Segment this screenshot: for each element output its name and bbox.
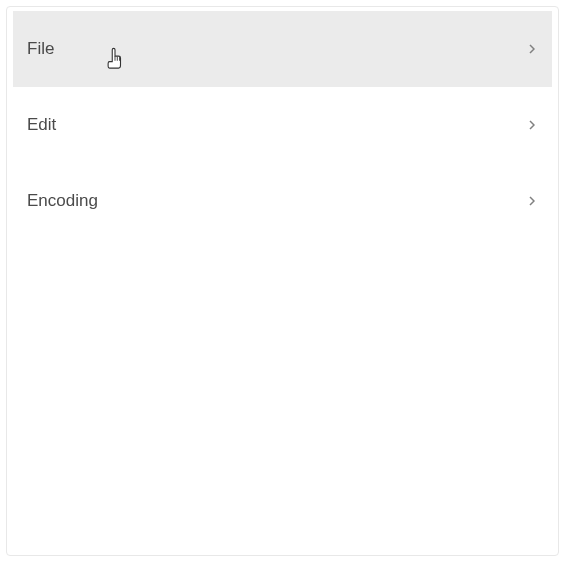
menu-panel: File Edit Encoding: [6, 6, 559, 556]
chevron-right-icon: [526, 43, 538, 55]
menu-item-label: Edit: [27, 115, 56, 135]
menu-item-edit[interactable]: Edit: [13, 87, 552, 163]
menu-item-encoding[interactable]: Encoding: [13, 163, 552, 239]
chevron-right-icon: [526, 195, 538, 207]
menu-item-file[interactable]: File: [13, 11, 552, 87]
menu-item-label: File: [27, 39, 54, 59]
chevron-right-icon: [526, 119, 538, 131]
menu-item-label: Encoding: [27, 191, 98, 211]
